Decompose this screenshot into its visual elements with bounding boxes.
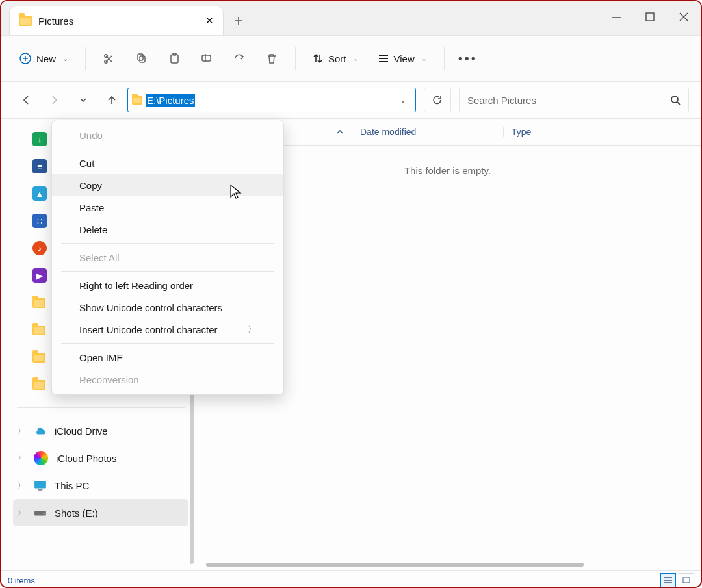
sidebar-drive-item[interactable]: 〉iCloud Photos [13,444,188,472]
new-label: New [36,53,56,64]
menu-item-delete[interactable]: Delete [52,218,283,240]
expand-icon[interactable]: 〉 [17,453,26,464]
view-label: View [394,53,415,64]
type-column-header[interactable]: Type [503,127,701,137]
maximize-button[interactable] [633,1,667,32]
date-column-header[interactable]: Date modified [352,127,503,137]
menu-item-copy[interactable]: Copy [52,174,283,196]
recent-locations-button[interactable] [70,87,96,113]
menu-item-cut[interactable]: Cut [52,152,283,174]
status-bar: 0 items [1,570,701,588]
refresh-button[interactable] [424,88,451,112]
address-bar[interactable]: E:\Pictures ⌄ [127,88,416,112]
rename-button[interactable] [194,45,220,71]
share-button[interactable] [226,45,252,71]
forward-button[interactable] [42,87,68,113]
sort-button[interactable]: Sort ⌄ [306,45,365,71]
minimize-button[interactable] [599,1,633,32]
folder-icon [132,96,142,105]
chevron-down-icon: ⌄ [353,55,359,63]
ellipsis-icon: ••• [458,51,478,66]
menu-item-paste[interactable]: Paste [52,196,283,218]
back-button[interactable] [13,87,39,113]
tab-title: Pictures [38,16,199,27]
search-placeholder: Search Pictures [467,95,536,106]
menu-item-right-to-left-reading-order[interactable]: Right to left Reading order [52,274,283,296]
search-icon [670,95,681,105]
context-menu: UndoCutCopyPasteDeleteSelect AllRight to… [51,120,284,395]
address-row: E:\Pictures ⌄ Search Pictures [1,82,701,119]
menu-item-select-all: Select All [52,246,283,268]
titlebar: Pictures ✕ [1,1,701,36]
svg-rect-14 [683,578,690,583]
new-button[interactable]: New ⌄ [13,45,75,71]
more-button[interactable]: ••• [455,45,481,71]
new-tab-button[interactable] [224,6,254,35]
sort-label: Sort [328,53,346,64]
item-count: 0 items [8,576,35,585]
menu-item-show-unicode-control-characters[interactable]: Show Unicode control characters [52,296,283,318]
mouse-cursor-icon [229,184,242,201]
close-tab-icon[interactable]: ✕ [205,15,214,27]
sidebar-drive-item[interactable]: 〉iCloud Drive [13,417,188,444]
close-window-button[interactable] [667,1,701,32]
paste-button[interactable] [161,45,187,71]
view-button[interactable]: View ⌄ [372,45,434,71]
sidebar-drive-item[interactable]: 〉Shots (E:) [13,499,188,526]
chevron-down-icon: ⌄ [62,55,68,63]
thumbnails-view-button[interactable] [679,573,694,587]
cut-button[interactable] [96,45,122,71]
address-dropdown-button[interactable]: ⌄ [395,96,411,105]
copy-button[interactable] [129,45,155,71]
details-view-button[interactable] [660,573,676,587]
menu-item-insert-unicode-control-character[interactable]: Insert Unicode control character〉 [52,318,283,340]
address-path: E:\Pictures [146,94,195,107]
expand-icon[interactable]: 〉 [17,426,26,437]
tab-pictures[interactable]: Pictures ✕ [9,6,224,35]
menu-item-open-ime[interactable]: Open IME [52,346,283,368]
menu-item-undo: Undo [52,124,283,146]
window-controls [599,1,701,32]
submenu-arrow-icon: 〉 [248,324,256,335]
horizontal-scrollbar[interactable] [206,563,584,567]
expand-icon[interactable]: 〉 [17,480,26,491]
up-button[interactable] [99,87,125,113]
delete-button[interactable] [259,45,285,71]
menu-item-reconversion: Reconversion [52,368,283,390]
folder-icon [19,16,32,26]
file-explorer-window: Pictures ✕ New ⌄ Sort ⌄ [0,0,702,588]
sidebar-drive-item[interactable]: 〉This PC [13,472,188,499]
toolbar: New ⌄ Sort ⌄ View ⌄ ••• [1,36,701,82]
chevron-down-icon: ⌄ [421,55,427,63]
search-input[interactable]: Search Pictures [459,88,689,112]
expand-icon[interactable]: 〉 [17,507,26,518]
